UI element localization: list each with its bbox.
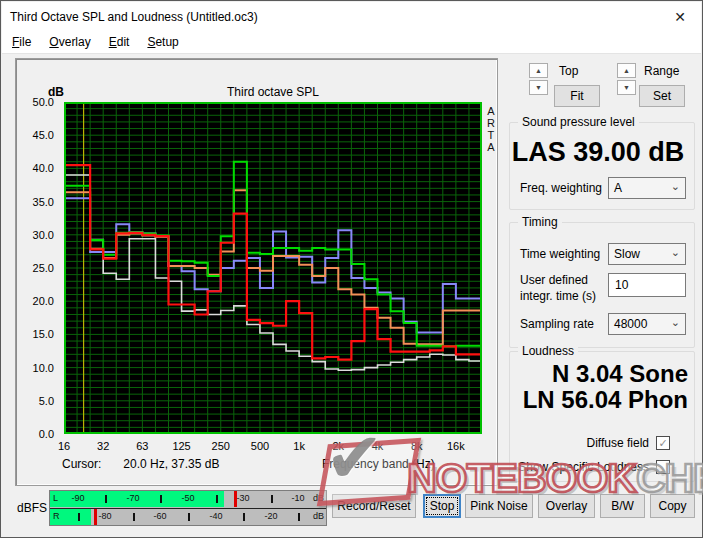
integr-time-label-1: User defined [520,273,588,287]
right-panel: ▲ ▼ Top Fit ▲ ▼ Range Set Sound pressure… [501,54,703,494]
time-weighting-label: Time weighting [520,247,600,261]
meter-scale-label: -20 [264,511,277,521]
specific-loudness-checkbox[interactable] [656,460,670,474]
copy-button[interactable]: Copy [650,494,695,518]
meter-channel-label: L [53,493,58,503]
b-w-button[interactable]: B/W [600,494,645,518]
menu-edit[interactable]: Edit [101,32,138,52]
close-icon[interactable]: ✕ [663,2,697,31]
menu-overlay[interactable]: Overlay [41,32,98,52]
meter-channel-label: R [53,511,60,521]
meter-scale-label: -40 [209,511,222,521]
meter-tick [188,513,190,521]
spl-plot[interactable] [64,102,482,434]
top-spin-down-icon[interactable]: ▼ [529,80,548,95]
meter-scale-label: -60 [153,511,166,521]
x-axis-label: Frequency band (Hz) [322,457,435,471]
window-title: Third Octave SPL and Loudness (Untitled.… [2,10,258,24]
meter-tick [271,495,273,503]
meter-row-left: -90-70-50-30-10LdB [50,491,326,507]
sampling-rate-label: Sampling rate [520,317,594,331]
freq-weighting-label: Freq. weighting [520,181,602,195]
top-spin-up-icon[interactable]: ▲ [529,63,548,78]
chevron-down-icon: ⌄ [671,316,680,329]
chevron-down-icon: ⌄ [671,180,680,193]
stop-button[interactable]: Stop [423,494,461,518]
y-tick-label: 25.0 [14,262,54,274]
meter-unit-label: dB [313,493,324,503]
range-spin-down-icon[interactable]: ▼ [617,80,636,95]
x-tick-label: 250 [212,440,230,452]
fit-button[interactable]: Fit [554,85,600,107]
meter-scale-label: -90 [71,493,84,503]
integr-time-input[interactable]: 10 [608,273,686,297]
freq-weighting-select[interactable]: A ⌄ [608,177,686,199]
x-tick-label: 16 [58,440,70,452]
spl-group: Sound pressure level LAS 39.00 dB Freq. … [509,122,695,210]
sone-value: N 3.04 Sone [552,360,688,388]
meter-tick [78,513,80,521]
range-label: Range [644,64,679,78]
meter-tick [160,495,162,503]
meter-tick [298,513,300,521]
diffuse-field-checkbox[interactable]: ✓ [656,436,670,450]
title-bar: Third Octave SPL and Loudness (Untitled.… [2,2,701,31]
x-tick-label: 500 [251,440,269,452]
time-weighting-select[interactable]: Slow ⌄ [608,243,686,265]
pink-noise-button[interactable]: Pink Noise [465,494,533,518]
meter-row-right: -80-60-40-20RdB [50,509,326,525]
y-tick-label: 5.0 [14,395,54,407]
cursor-value: 20.0 Hz, 37.35 dB [123,457,219,471]
specific-loudness-label: Show Specific Loudness [518,460,649,474]
y-tick-label: 50.0 [14,96,54,108]
x-tick-label: 1k [293,440,305,452]
sampling-rate-value: 48000 [614,317,647,331]
record-reset-button[interactable]: Record/Reset [332,494,416,518]
spl-group-title: Sound pressure level [518,115,639,129]
x-tick-label: 4k [372,440,384,452]
sampling-rate-select[interactable]: 48000 ⌄ [608,313,686,335]
x-tick-label: 125 [172,440,190,452]
overlay-button[interactable]: Overlay [538,494,595,518]
y-tick-label: 20.0 [14,295,54,307]
diffuse-field-label: Diffuse field [587,436,649,450]
level-meter: -90-70-50-30-10LdB -80-60-40-20RdB [49,490,327,526]
x-tick-label: 8k [411,440,423,452]
meter-tick [243,513,245,521]
y-tick-label: 30.0 [14,229,54,241]
menu-file[interactable]: File [4,32,39,52]
specific-loudness-row: Show Specific Loudness [518,460,670,474]
meter-scale-label: -50 [181,493,194,503]
integr-time-label-2: integr. time (s) [520,289,596,303]
range-spin-up-icon[interactable]: ▲ [617,63,636,78]
meter-scale-label: -30 [236,493,249,503]
transport-buttons: Record/ResetStopPink NoiseOverlayB/WCopy [332,494,701,518]
meter-scale-label: -10 [291,493,304,503]
y-tick-label: 10.0 [14,362,54,374]
top-spinner: ▲ ▼ [529,63,548,97]
chart-panel: dB Third octave SPL 50.045.040.035.030.0… [15,58,498,486]
loudness-group-title: Loudness [518,344,578,358]
bottom-bar: dBFS -90-70-50-30-10LdB -80-60-40-20RdB … [2,486,701,536]
diffuse-field-row: Diffuse field ✓ [587,436,670,450]
meter-peak-R [94,509,97,525]
set-button[interactable]: Set [639,85,685,107]
x-tick-label: 32 [97,440,109,452]
top-label: Top [559,64,578,78]
chart-title: Third octave SPL [64,85,482,99]
spl-value: LAS 39.00 dB [510,137,686,168]
meter-scale-label: -80 [98,511,111,521]
check-icon: ✓ [658,438,667,449]
time-weighting-value: Slow [614,247,640,261]
dbfs-label: dBFS [17,501,47,515]
y-tick-label: 35.0 [14,196,54,208]
cursor-label: Cursor: [62,457,101,471]
x-tick-label: 2k [333,440,345,452]
range-spinner: ▲ ▼ [617,63,636,97]
y-tick-label: 0.0 [14,428,54,440]
menu-bar: File Overlay Edit Setup [2,31,701,54]
meter-tick [216,495,218,503]
x-tick-label: 16k [447,440,465,452]
y-tick-label: 15.0 [14,328,54,340]
menu-setup[interactable]: Setup [139,32,186,52]
